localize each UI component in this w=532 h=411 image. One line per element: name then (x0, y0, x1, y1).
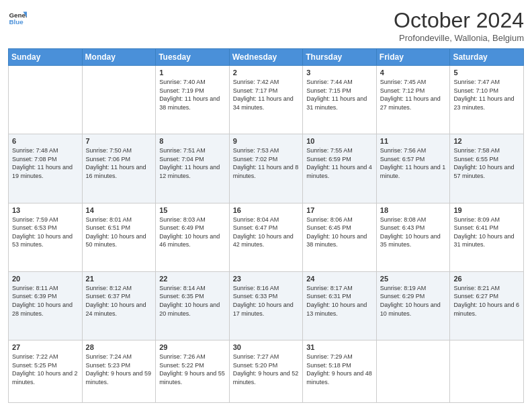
day-info: Sunrise: 7:56 AM Sunset: 6:57 PM Dayligh… (380, 146, 447, 180)
day-number: 25 (380, 275, 447, 283)
table-row: 14Sunrise: 8:01 AM Sunset: 6:51 PM Dayli… (82, 203, 156, 271)
day-number: 19 (453, 206, 520, 214)
day-info: Sunrise: 7:26 AM Sunset: 5:22 PM Dayligh… (159, 353, 226, 386)
day-number: 10 (306, 137, 373, 145)
table-row: 25Sunrise: 8:19 AM Sunset: 6:29 PM Dayli… (376, 271, 450, 340)
table-row: 26Sunrise: 8:21 AM Sunset: 6:27 PM Dayli… (450, 271, 524, 340)
day-number: 7 (86, 137, 152, 145)
day-info: Sunrise: 8:06 AM Sunset: 6:45 PM Dayligh… (306, 216, 373, 249)
table-row (376, 340, 450, 403)
table-row: 1Sunrise: 7:40 AM Sunset: 7:19 PM Daylig… (156, 66, 230, 134)
location-subtitle: Profondeville, Wallonia, Belgium (394, 33, 524, 43)
table-row: 23Sunrise: 8:16 AM Sunset: 6:33 PM Dayli… (229, 271, 303, 340)
table-row: 27Sunrise: 7:22 AM Sunset: 5:25 PM Dayli… (9, 340, 83, 403)
day-info: Sunrise: 7:47 AM Sunset: 7:10 PM Dayligh… (453, 78, 520, 111)
day-number: 14 (86, 206, 152, 214)
table-row: 4Sunrise: 7:45 AM Sunset: 7:12 PM Daylig… (376, 66, 450, 134)
table-row: 29Sunrise: 7:26 AM Sunset: 5:22 PM Dayli… (156, 340, 230, 403)
day-number: 28 (86, 343, 152, 351)
day-info: Sunrise: 7:40 AM Sunset: 7:19 PM Dayligh… (159, 78, 226, 111)
col-friday: Friday (376, 49, 450, 66)
day-number: 26 (453, 275, 520, 283)
day-info: Sunrise: 8:17 AM Sunset: 6:31 PM Dayligh… (306, 284, 373, 318)
month-title: October 2024 (394, 8, 524, 33)
day-info: Sunrise: 8:03 AM Sunset: 6:49 PM Dayligh… (159, 216, 226, 249)
logo-icon: General Blue (8, 8, 27, 27)
table-row: 17Sunrise: 8:06 AM Sunset: 6:45 PM Dayli… (303, 203, 377, 271)
day-info: Sunrise: 7:51 AM Sunset: 7:04 PM Dayligh… (159, 146, 226, 180)
day-info: Sunrise: 7:45 AM Sunset: 7:12 PM Dayligh… (380, 78, 447, 111)
col-monday: Monday (82, 49, 156, 66)
table-row: 12Sunrise: 7:58 AM Sunset: 6:55 PM Dayli… (450, 134, 524, 203)
calendar-week-row: 13Sunrise: 7:59 AM Sunset: 6:53 PM Dayli… (9, 203, 524, 271)
day-info: Sunrise: 7:42 AM Sunset: 7:17 PM Dayligh… (233, 78, 300, 111)
day-info: Sunrise: 7:44 AM Sunset: 7:15 PM Dayligh… (306, 78, 373, 111)
day-info: Sunrise: 7:22 AM Sunset: 5:25 PM Dayligh… (12, 353, 79, 386)
table-row: 20Sunrise: 8:11 AM Sunset: 6:39 PM Dayli… (9, 271, 83, 340)
day-number: 5 (453, 68, 520, 77)
day-number: 11 (380, 137, 447, 145)
table-row: 28Sunrise: 7:24 AM Sunset: 5:23 PM Dayli… (82, 340, 156, 403)
table-row: 5Sunrise: 7:47 AM Sunset: 7:10 PM Daylig… (450, 66, 524, 134)
day-info: Sunrise: 8:19 AM Sunset: 6:29 PM Dayligh… (380, 284, 447, 318)
table-row: 18Sunrise: 8:08 AM Sunset: 6:43 PM Dayli… (376, 203, 450, 271)
day-number: 22 (159, 275, 226, 283)
table-row: 2Sunrise: 7:42 AM Sunset: 7:17 PM Daylig… (229, 66, 303, 134)
day-info: Sunrise: 8:01 AM Sunset: 6:51 PM Dayligh… (86, 216, 152, 249)
table-row: 8Sunrise: 7:51 AM Sunset: 7:04 PM Daylig… (156, 134, 230, 203)
table-row: 10Sunrise: 7:55 AM Sunset: 6:59 PM Dayli… (303, 134, 377, 203)
table-row: 3Sunrise: 7:44 AM Sunset: 7:15 PM Daylig… (303, 66, 377, 134)
calendar-header-row: Sunday Monday Tuesday Wednesday Thursday… (9, 49, 524, 66)
col-wednesday: Wednesday (229, 49, 303, 66)
calendar-table: Sunday Monday Tuesday Wednesday Thursday… (8, 48, 524, 403)
table-row: 19Sunrise: 8:09 AM Sunset: 6:41 PM Dayli… (450, 203, 524, 271)
day-info: Sunrise: 7:58 AM Sunset: 6:55 PM Dayligh… (453, 146, 520, 180)
svg-text:Blue: Blue (9, 18, 24, 26)
day-info: Sunrise: 8:16 AM Sunset: 6:33 PM Dayligh… (233, 284, 300, 318)
table-row: 21Sunrise: 8:12 AM Sunset: 6:37 PM Dayli… (82, 271, 156, 340)
table-row: 6Sunrise: 7:48 AM Sunset: 7:08 PM Daylig… (9, 134, 83, 203)
title-section: October 2024 Profondeville, Wallonia, Be… (394, 8, 524, 43)
day-number: 8 (159, 137, 226, 145)
table-row (82, 66, 156, 134)
day-info: Sunrise: 7:24 AM Sunset: 5:23 PM Dayligh… (86, 353, 152, 386)
day-number: 15 (159, 206, 226, 214)
col-tuesday: Tuesday (156, 49, 230, 66)
day-info: Sunrise: 7:50 AM Sunset: 7:06 PM Dayligh… (86, 146, 152, 180)
table-row (450, 340, 524, 403)
calendar-week-row: 1Sunrise: 7:40 AM Sunset: 7:19 PM Daylig… (9, 66, 524, 134)
day-info: Sunrise: 7:29 AM Sunset: 5:18 PM Dayligh… (306, 353, 373, 386)
day-info: Sunrise: 7:59 AM Sunset: 6:53 PM Dayligh… (12, 216, 79, 249)
day-number: 27 (12, 343, 79, 351)
table-row: 7Sunrise: 7:50 AM Sunset: 7:06 PM Daylig… (82, 134, 156, 203)
calendar-week-row: 20Sunrise: 8:11 AM Sunset: 6:39 PM Dayli… (9, 271, 524, 340)
day-info: Sunrise: 7:48 AM Sunset: 7:08 PM Dayligh… (12, 146, 79, 180)
day-number: 29 (159, 343, 226, 351)
day-number: 31 (306, 343, 373, 351)
day-number: 16 (233, 206, 300, 214)
day-info: Sunrise: 8:21 AM Sunset: 6:27 PM Dayligh… (453, 284, 520, 318)
day-info: Sunrise: 8:04 AM Sunset: 6:47 PM Dayligh… (233, 216, 300, 249)
col-saturday: Saturday (450, 49, 524, 66)
day-info: Sunrise: 8:09 AM Sunset: 6:41 PM Dayligh… (453, 216, 520, 249)
calendar-week-row: 6Sunrise: 7:48 AM Sunset: 7:08 PM Daylig… (9, 134, 524, 203)
col-thursday: Thursday (303, 49, 377, 66)
day-info: Sunrise: 8:14 AM Sunset: 6:35 PM Dayligh… (159, 284, 226, 318)
table-row: 24Sunrise: 8:17 AM Sunset: 6:31 PM Dayli… (303, 271, 377, 340)
day-number: 30 (233, 343, 300, 351)
day-number: 13 (12, 206, 79, 214)
table-row: 9Sunrise: 7:53 AM Sunset: 7:02 PM Daylig… (229, 134, 303, 203)
day-info: Sunrise: 7:55 AM Sunset: 6:59 PM Dayligh… (306, 146, 373, 180)
day-number: 23 (233, 275, 300, 283)
day-number: 21 (86, 275, 152, 283)
day-number: 1 (159, 68, 226, 77)
header: General Blue October 2024 Profondeville,… (8, 8, 524, 43)
page: General Blue October 2024 Profondeville,… (0, 0, 532, 411)
day-number: 17 (306, 206, 373, 214)
day-info: Sunrise: 7:53 AM Sunset: 7:02 PM Dayligh… (233, 146, 300, 180)
day-number: 6 (12, 137, 79, 145)
day-info: Sunrise: 8:08 AM Sunset: 6:43 PM Dayligh… (380, 216, 447, 249)
day-number: 20 (12, 275, 79, 283)
day-number: 24 (306, 275, 373, 283)
day-number: 3 (306, 68, 373, 77)
